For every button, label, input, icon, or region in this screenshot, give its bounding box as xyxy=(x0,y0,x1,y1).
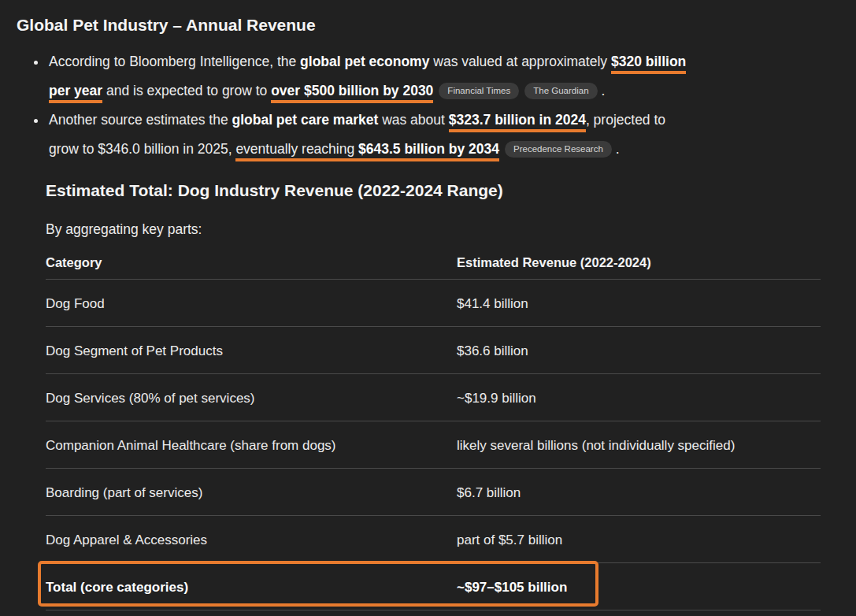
cell-revenue: part of $5.7 billion xyxy=(457,533,821,548)
bullet-list: According to Bloomberg Intelligence, the… xyxy=(17,47,821,164)
table-header-row: Category Estimated Revenue (2022-2024) xyxy=(46,255,821,280)
table-row: Companion Animal Healthcare (share from … xyxy=(46,421,821,469)
table-row: Dog Services (80% of pet services) ~$19.… xyxy=(46,374,821,421)
cell-category: Companion Animal Healthcare (share from … xyxy=(46,438,457,454)
text-run: , projected to xyxy=(586,112,665,128)
cell-revenue: ~$97–$105 billion xyxy=(457,580,821,596)
table-row: Dog Apparel & Accessories part of $5.7 b… xyxy=(46,516,821,563)
bold-text: global pet care market xyxy=(232,112,378,128)
table-row: Dog Segment of Pet Products $36.6 billio… xyxy=(46,327,821,374)
underline-annotated-text: $323.7 billion in 2024 xyxy=(449,112,586,132)
bullet-item: According to Bloomberg Intelligence, the… xyxy=(47,47,821,106)
underline-annotated-text: $643.5 billion by 2034 xyxy=(358,141,499,161)
header-category: Category xyxy=(46,255,457,270)
header-revenue: Estimated Revenue (2022-2024) xyxy=(457,255,821,270)
document: Global Pet Industry – Annual Revenue Acc… xyxy=(0,0,856,610)
underline-annotated-text: $320 billion xyxy=(611,54,686,74)
cell-revenue: $41.4 billion xyxy=(457,296,821,312)
section-heading: Estimated Total: Dog Industry Revenue (2… xyxy=(46,180,821,201)
cell-revenue: ~$19.9 billion xyxy=(457,391,821,406)
revenue-table: Category Estimated Revenue (2022-2024) D… xyxy=(46,255,821,610)
citation-pill-the-guardian[interactable]: The Guardian xyxy=(524,83,597,99)
citation-pill-precedence-research[interactable]: Precedence Research xyxy=(505,141,612,158)
cell-category: Total (core categories) xyxy=(46,580,457,596)
intro-text: By aggregating key parts: xyxy=(46,220,821,239)
cell-category: Boarding (part of services) xyxy=(46,485,457,501)
cell-revenue: likely several billions (not individuall… xyxy=(457,438,821,454)
page-title: Global Pet Industry – Annual Revenue xyxy=(17,14,821,35)
text-run: was valued at approximately xyxy=(429,54,611,69)
text-run: Another source estimates the xyxy=(49,112,232,128)
bold-text: global pet economy xyxy=(300,54,429,69)
underline-annotated-text: per year xyxy=(49,83,102,103)
text-run: and is expected to grow to xyxy=(102,83,271,98)
cell-revenue: $36.6 billion xyxy=(457,343,821,359)
underline-annotated-text: eventually reaching xyxy=(235,141,358,161)
table-row-total: Total (core categories) ~$97–$105 billio… xyxy=(46,563,821,610)
cell-category: Dog Segment of Pet Products xyxy=(46,343,457,359)
trailing-period: . xyxy=(616,141,620,157)
text-run: grow to $346.0 billion in 2025, xyxy=(49,141,235,157)
cell-category: Dog Food xyxy=(46,296,457,312)
table-row: Boarding (part of services) $6.7 billion xyxy=(46,469,821,516)
trailing-period: . xyxy=(602,83,606,98)
text-run: According to Bloomberg Intelligence, the xyxy=(49,54,300,69)
cell-revenue: $6.7 billion xyxy=(457,485,821,501)
cell-category: Dog Services (80% of pet services) xyxy=(46,391,457,406)
table-row: Dog Food $41.4 billion xyxy=(46,280,821,327)
underline-annotated-text: over $500 billion by 2030 xyxy=(271,83,433,103)
text-run: was about xyxy=(378,112,449,128)
cell-category: Dog Apparel & Accessories xyxy=(46,533,457,548)
bullet-item: Another source estimates the global pet … xyxy=(47,106,821,164)
citation-pill-financial-times[interactable]: Financial Times xyxy=(439,83,519,99)
